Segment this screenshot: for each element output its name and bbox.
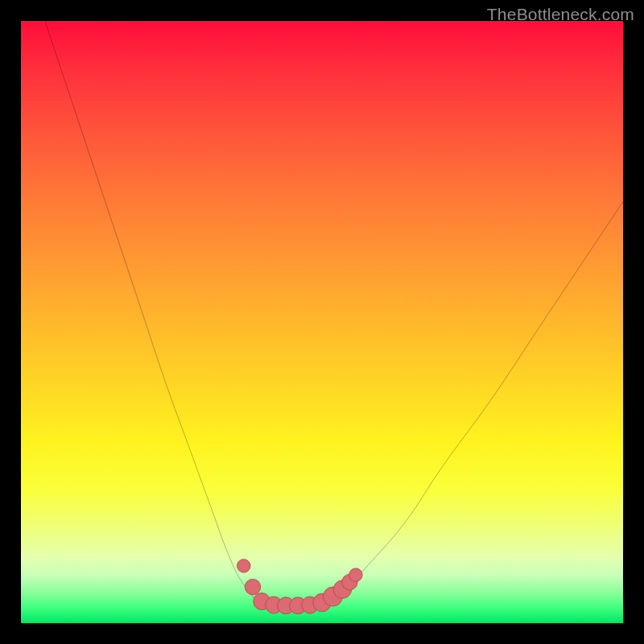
highlight-marker — [237, 559, 250, 572]
watermark-text: TheBottleneck.com — [487, 5, 634, 24]
highlighted-points-group — [237, 559, 363, 614]
plot-svg — [21, 21, 623, 623]
highlight-marker — [245, 579, 260, 594]
highlight-marker — [349, 568, 362, 581]
chart-stage: TheBottleneck.com — [0, 0, 644, 644]
plot-area — [21, 21, 623, 623]
bottleneck-curve — [45, 21, 623, 606]
